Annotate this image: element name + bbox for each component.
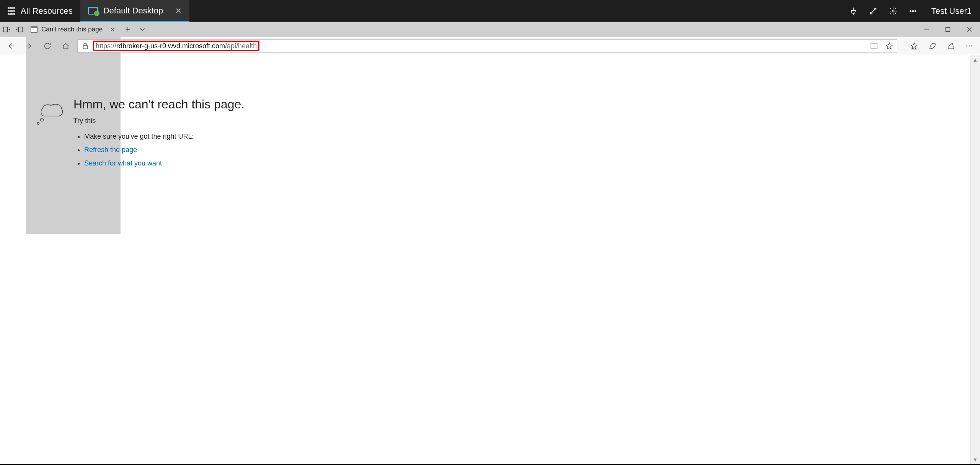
svg-rect-7 (83, 46, 88, 49)
nav-home-button[interactable] (57, 37, 75, 55)
page-body: Hmm, we can't reach this page. Try this … (0, 55, 980, 464)
cloud-thought-icon (36, 97, 66, 464)
rd-fullscreen-icon[interactable] (863, 0, 883, 22)
rd-tab-desk-label: Default Desktop (103, 6, 163, 16)
browser-chrome: Can't reach this page ✕ + https://rdbrok… (0, 22, 980, 55)
close-button[interactable] (959, 22, 980, 37)
rd-settings-icon[interactable] (883, 0, 903, 22)
set-tabs-aside-icon[interactable] (15, 25, 24, 34)
share-icon[interactable] (942, 42, 960, 50)
url-text-highlight: https://rdbroker-g-us-r0.wvd.microsoft.c… (93, 41, 259, 51)
nav-forward-button[interactable] (20, 37, 38, 55)
svg-point-12 (41, 118, 44, 121)
remote-desktop-title-bar: All Resources Default Desktop ✕ Test Use… (0, 0, 980, 22)
minimize-button[interactable] (916, 22, 937, 37)
rd-more-icon[interactable] (903, 0, 923, 22)
url-path: /api/health (225, 42, 257, 50)
svg-point-1 (910, 11, 911, 12)
address-bar[interactable]: https://rdbroker-g-us-r0.wvd.microsoft.c… (77, 39, 897, 52)
rd-user-label[interactable]: Test User1 (923, 0, 980, 22)
svg-point-10 (969, 46, 970, 47)
tab-preview-left-icon[interactable] (2, 25, 11, 34)
try-this-label: Try this (73, 117, 245, 125)
address-bar-row: https://rdbroker-g-us-r0.wvd.microsoft.c… (0, 37, 980, 55)
rd-tab-all-label: All Resources (21, 6, 73, 16)
window-controls (916, 22, 980, 37)
tab-dropdown[interactable] (135, 25, 150, 34)
lock-icon[interactable] (78, 42, 93, 50)
scroll-down-icon[interactable]: ▼ (973, 457, 978, 463)
rd-pin-icon[interactable] (843, 0, 863, 22)
maximize-button[interactable] (937, 22, 959, 37)
error-heading: Hmm, we can't reach this page. (73, 97, 245, 111)
svg-point-9 (966, 46, 967, 47)
nav-back-button[interactable] (2, 37, 20, 55)
favorite-icon[interactable] (882, 42, 897, 50)
svg-point-11 (971, 46, 972, 47)
svg-rect-5 (18, 27, 23, 32)
svg-rect-6 (946, 28, 950, 32)
notes-icon[interactable] (923, 42, 942, 50)
browser-tab-title: Can't reach this page (41, 26, 103, 33)
url-protocol: https:// (96, 42, 116, 50)
suggestion-check-url: Make sure you've got the right URL: (84, 133, 245, 141)
svg-point-13 (37, 123, 39, 124)
more-menu-icon[interactable] (960, 42, 978, 50)
rd-tab-close[interactable]: ✕ (175, 6, 182, 15)
url-host: rdbroker-g-us-r0.wvd.microsoft.com (116, 42, 225, 50)
rd-tab-all-resources[interactable]: All Resources (0, 0, 80, 22)
browser-tab-close[interactable]: ✕ (106, 26, 119, 33)
favorites-list-icon[interactable] (905, 42, 923, 50)
svg-point-0 (892, 10, 894, 12)
refresh-page-link[interactable]: Refresh the page (84, 146, 137, 154)
page-icon (31, 26, 38, 33)
apps-grid-icon (8, 7, 15, 15)
new-tab-button[interactable]: + (121, 25, 135, 34)
svg-point-2 (912, 11, 913, 12)
svg-point-3 (915, 11, 916, 12)
desktop-icon (88, 7, 98, 15)
browser-tabs-row: Can't reach this page ✕ + (0, 22, 980, 37)
scrollbar[interactable]: ▲ ▼ (970, 55, 980, 464)
nav-refresh-button[interactable] (38, 37, 57, 55)
scroll-up-icon[interactable]: ▲ (973, 57, 978, 63)
reading-view-icon[interactable] (866, 42, 882, 50)
svg-rect-4 (3, 27, 8, 32)
search-link[interactable]: Search for what you want (84, 159, 162, 167)
rd-tab-default-desktop[interactable]: Default Desktop ✕ (80, 0, 190, 22)
